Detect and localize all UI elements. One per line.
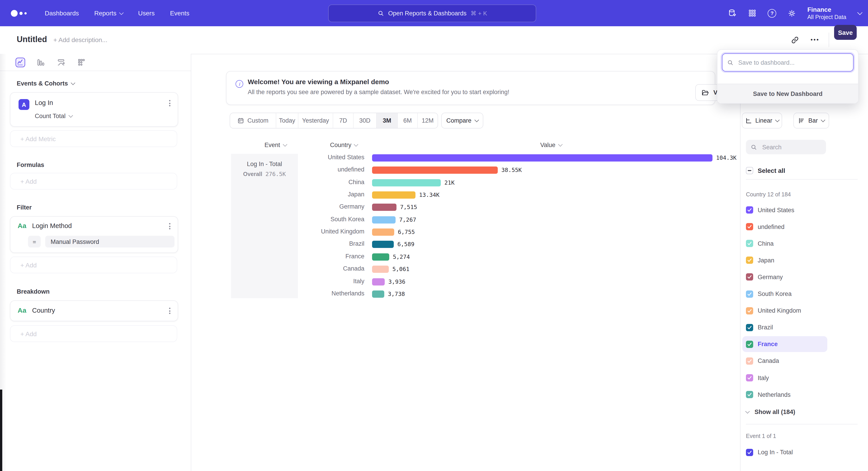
legend-item-label: France bbox=[758, 341, 778, 348]
legend-item-japan[interactable]: Japan bbox=[742, 253, 827, 268]
range-12m[interactable]: 12M bbox=[417, 113, 438, 128]
tab-insights-icon[interactable] bbox=[16, 57, 25, 67]
nav-item-reports[interactable]: Reports bbox=[94, 9, 123, 17]
column-header-value[interactable]: Value bbox=[540, 142, 562, 148]
bar-united-kingdom[interactable] bbox=[372, 229, 394, 236]
legend-checkbox[interactable] bbox=[746, 307, 753, 314]
legend-search[interactable] bbox=[746, 140, 826, 154]
add-filter-button[interactable]: + Add bbox=[10, 257, 177, 273]
global-search[interactable]: Open Reports & Dashboards ⌘ + K bbox=[328, 4, 536, 22]
compare-button[interactable]: Compare bbox=[441, 113, 483, 128]
nav-item-users[interactable]: Users bbox=[138, 9, 155, 17]
project-switcher[interactable]: Finance All Project Data bbox=[807, 6, 862, 20]
filter-value[interactable]: Manual Password bbox=[45, 236, 175, 247]
breakdown-property-name[interactable]: Country bbox=[32, 307, 55, 314]
select-all-checkbox[interactable] bbox=[746, 167, 753, 174]
legend-item-brazil[interactable]: Brazil bbox=[742, 319, 827, 335]
chart-type-button[interactable]: Bar bbox=[794, 113, 829, 128]
add-formula-button[interactable]: + Add bbox=[10, 173, 177, 189]
apps-grid-icon[interactable] bbox=[748, 8, 757, 18]
bar-canada[interactable] bbox=[372, 266, 389, 273]
show-all-button[interactable]: Show all (184) bbox=[746, 409, 795, 415]
nav-item-events[interactable]: Events bbox=[170, 9, 189, 17]
legend-checkbox[interactable] bbox=[746, 240, 753, 247]
bar-netherlands[interactable] bbox=[372, 291, 384, 298]
bar-south-korea[interactable] bbox=[372, 216, 396, 224]
metric-kebab-icon[interactable] bbox=[169, 100, 170, 106]
metric-name[interactable]: Log In bbox=[35, 99, 53, 106]
legend-checkbox[interactable] bbox=[746, 391, 753, 398]
legend-item-china[interactable]: China bbox=[742, 235, 827, 251]
breakdown-card-country[interactable]: Aa Country bbox=[10, 300, 178, 321]
column-header-country[interactable]: Country bbox=[330, 142, 358, 148]
bar-united-states[interactable] bbox=[372, 154, 712, 161]
range-3m[interactable]: 3M bbox=[376, 113, 397, 128]
report-title[interactable]: Untitled bbox=[17, 35, 47, 45]
metric-aggregation[interactable]: Count Total bbox=[35, 113, 72, 119]
nav-item-dashboards[interactable]: Dashboards bbox=[45, 9, 79, 17]
range-yesterday[interactable]: Yesterday bbox=[298, 113, 333, 128]
legend-item-canada[interactable]: Canada bbox=[742, 353, 827, 369]
legend-item-united-kingdom[interactable]: United Kingdom bbox=[742, 303, 827, 319]
add-metric-button[interactable]: + Add Metric bbox=[10, 130, 177, 147]
tab-bar-chart-icon[interactable] bbox=[36, 57, 46, 67]
legend-item-undefined[interactable]: undefined bbox=[742, 219, 827, 235]
data-connections-icon[interactable] bbox=[728, 8, 737, 18]
legend-checkbox[interactable] bbox=[746, 273, 753, 281]
legend-item-united-states[interactable]: United States bbox=[742, 202, 827, 218]
legend-checkbox[interactable] bbox=[746, 223, 753, 230]
legend-item-france[interactable]: France bbox=[742, 336, 827, 352]
bar-brazil[interactable] bbox=[372, 241, 394, 248]
event-checkbox[interactable] bbox=[746, 449, 753, 456]
tab-flows-icon[interactable] bbox=[56, 57, 66, 67]
range-6m[interactable]: 6M bbox=[397, 113, 417, 128]
add-description-field[interactable]: + Add description... bbox=[53, 36, 107, 43]
filter-kebab-icon[interactable] bbox=[169, 223, 170, 229]
legend-checkbox[interactable] bbox=[746, 257, 753, 264]
bar-undefined[interactable] bbox=[372, 167, 498, 174]
legend-checkbox[interactable] bbox=[746, 341, 753, 348]
legend-checkbox[interactable] bbox=[746, 357, 753, 365]
legend-search-input[interactable] bbox=[761, 143, 822, 151]
mixpanel-logo-icon[interactable] bbox=[11, 10, 27, 17]
bar-china[interactable] bbox=[372, 179, 441, 186]
bar-germany[interactable] bbox=[372, 204, 397, 211]
legend-checkbox[interactable] bbox=[746, 290, 753, 297]
save-dashboard-input[interactable] bbox=[737, 59, 843, 66]
save-to-new-dashboard-button[interactable]: Save to New Dashboard bbox=[717, 84, 858, 103]
tab-retention-icon[interactable] bbox=[76, 57, 86, 67]
select-all-row[interactable]: Select all bbox=[746, 167, 785, 174]
metric-card-log-in[interactable]: A Log In Count Total bbox=[10, 92, 178, 127]
bar-japan[interactable] bbox=[372, 192, 415, 199]
add-breakdown-button[interactable]: + Add bbox=[10, 325, 177, 342]
nav-item-label: Reports bbox=[94, 9, 116, 17]
scale-selector-button[interactable]: Linear bbox=[742, 113, 782, 128]
range-custom[interactable]: Custom bbox=[230, 113, 276, 128]
range-30d[interactable]: 30D bbox=[353, 113, 376, 128]
filter-property-name[interactable]: Login Method bbox=[32, 222, 72, 229]
search-icon bbox=[750, 144, 757, 150]
help-icon[interactable]: ? bbox=[768, 8, 777, 18]
legend-item-germany[interactable]: Germany bbox=[742, 269, 827, 285]
breakdown-kebab-icon[interactable] bbox=[169, 308, 170, 314]
more-actions-button[interactable]: ••• bbox=[811, 36, 819, 43]
legend-checkbox[interactable] bbox=[746, 324, 753, 331]
save-dashboard-search[interactable] bbox=[722, 53, 854, 71]
bar-france[interactable] bbox=[372, 254, 389, 261]
save-button[interactable]: Save bbox=[834, 25, 857, 40]
legend-item-italy[interactable]: Italy bbox=[742, 370, 827, 386]
settings-gear-icon[interactable] bbox=[787, 8, 797, 18]
bar-italy[interactable] bbox=[372, 278, 385, 285]
legend-checkbox[interactable] bbox=[746, 374, 753, 381]
range-today[interactable]: Today bbox=[276, 113, 298, 128]
events-cohorts-header[interactable]: Events & Cohorts bbox=[17, 80, 75, 87]
range-7d[interactable]: 7D bbox=[333, 113, 353, 128]
legend-checkbox[interactable] bbox=[746, 206, 753, 213]
filter-card-login-method[interactable]: Aa Login Method = Manual Password bbox=[10, 216, 178, 253]
column-header-event[interactable]: Event bbox=[265, 142, 286, 148]
legend-event-row[interactable]: Log In - Total bbox=[742, 444, 827, 460]
copy-link-icon[interactable] bbox=[790, 35, 800, 45]
filter-operator[interactable]: = bbox=[28, 236, 41, 247]
legend-item-netherlands[interactable]: Netherlands bbox=[742, 387, 827, 403]
legend-item-south-korea[interactable]: South Korea bbox=[742, 286, 827, 302]
